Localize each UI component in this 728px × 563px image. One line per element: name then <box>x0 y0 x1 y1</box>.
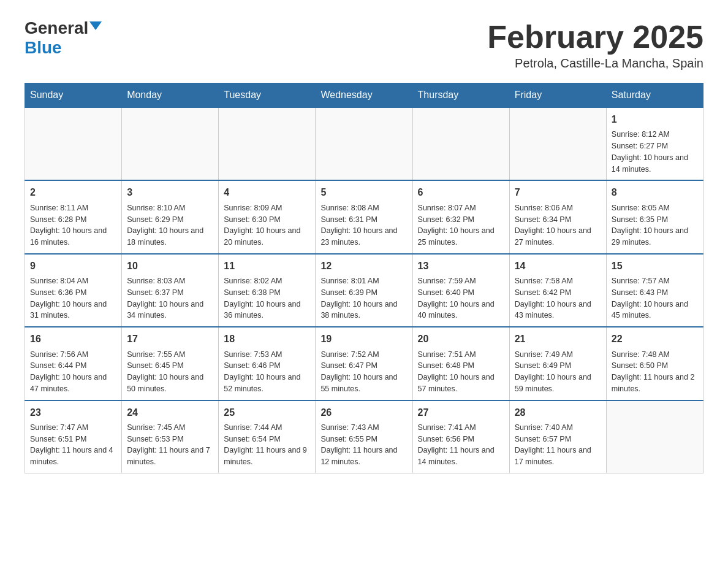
calendar-cell: 7Sunrise: 8:06 AMSunset: 6:34 PMDaylight… <box>509 180 606 253</box>
day-number: 2 <box>30 186 116 199</box>
day-info: Sunrise: 8:04 AMSunset: 6:36 PMDaylight:… <box>30 275 116 321</box>
day-number: 21 <box>515 332 601 346</box>
page-header: General Blue February 2025 Petrola, Cast… <box>25 18 703 71</box>
logo-triangle-icon <box>89 21 102 30</box>
calendar-header-monday: Monday <box>122 83 219 108</box>
day-number: 7 <box>515 186 601 199</box>
calendar-cell: 3Sunrise: 8:10 AMSunset: 6:29 PMDaylight… <box>122 180 219 253</box>
logo-text-blue: Blue <box>25 38 62 57</box>
day-number: 20 <box>418 332 504 346</box>
day-number: 27 <box>418 406 504 419</box>
day-info: Sunrise: 7:57 AMSunset: 6:43 PMDaylight:… <box>612 275 698 321</box>
day-number: 24 <box>127 406 213 419</box>
day-info: Sunrise: 7:58 AMSunset: 6:42 PMDaylight:… <box>515 275 601 321</box>
calendar-cell <box>122 107 219 180</box>
day-number: 23 <box>30 406 116 419</box>
day-info: Sunrise: 7:43 AMSunset: 6:55 PMDaylight:… <box>320 422 407 468</box>
title-section: February 2025 Petrola, Castille-La Manch… <box>487 18 703 71</box>
day-number: 25 <box>224 406 310 419</box>
calendar-week-5: 23Sunrise: 7:47 AMSunset: 6:51 PMDayligh… <box>25 400 703 473</box>
day-info: Sunrise: 8:11 AMSunset: 6:28 PMDaylight:… <box>30 202 116 248</box>
day-number: 5 <box>320 186 407 199</box>
day-info: Sunrise: 7:56 AMSunset: 6:44 PMDaylight:… <box>30 349 116 395</box>
day-info: Sunrise: 7:40 AMSunset: 6:57 PMDaylight:… <box>515 422 601 468</box>
day-number: 12 <box>320 259 407 273</box>
day-number: 1 <box>612 113 698 126</box>
day-info: Sunrise: 7:51 AMSunset: 6:48 PMDaylight:… <box>418 349 504 395</box>
day-info: Sunrise: 8:01 AMSunset: 6:39 PMDaylight:… <box>320 275 407 321</box>
calendar-cell: 4Sunrise: 8:09 AMSunset: 6:30 PMDaylight… <box>219 180 316 253</box>
calendar-cell: 9Sunrise: 8:04 AMSunset: 6:36 PMDaylight… <box>25 254 122 327</box>
day-number: 10 <box>127 259 213 273</box>
calendar-header-thursday: Thursday <box>412 83 509 108</box>
calendar-header-friday: Friday <box>509 83 606 108</box>
calendar-cell: 6Sunrise: 8:07 AMSunset: 6:32 PMDaylight… <box>412 180 509 253</box>
calendar-week-1: 1Sunrise: 8:12 AMSunset: 6:27 PMDaylight… <box>25 107 703 180</box>
calendar-cell: 25Sunrise: 7:44 AMSunset: 6:54 PMDayligh… <box>219 400 316 473</box>
day-info: Sunrise: 7:44 AMSunset: 6:54 PMDaylight:… <box>224 422 310 468</box>
calendar-header-row: SundayMondayTuesdayWednesdayThursdayFrid… <box>25 83 703 108</box>
calendar-week-3: 9Sunrise: 8:04 AMSunset: 6:36 PMDaylight… <box>25 254 703 327</box>
day-number: 26 <box>320 406 407 419</box>
calendar-cell: 2Sunrise: 8:11 AMSunset: 6:28 PMDaylight… <box>25 180 122 253</box>
calendar-cell: 5Sunrise: 8:08 AMSunset: 6:31 PMDaylight… <box>316 180 412 253</box>
location: Petrola, Castille-La Mancha, Spain <box>487 56 703 71</box>
calendar-cell: 19Sunrise: 7:52 AMSunset: 6:47 PMDayligh… <box>316 327 412 400</box>
calendar-cell <box>606 400 703 473</box>
calendar-cell: 20Sunrise: 7:51 AMSunset: 6:48 PMDayligh… <box>412 327 509 400</box>
day-info: Sunrise: 7:48 AMSunset: 6:50 PMDaylight:… <box>612 349 698 395</box>
day-info: Sunrise: 8:07 AMSunset: 6:32 PMDaylight:… <box>418 202 504 248</box>
calendar-cell: 11Sunrise: 8:02 AMSunset: 6:38 PMDayligh… <box>219 254 316 327</box>
day-number: 3 <box>127 186 213 199</box>
day-info: Sunrise: 7:59 AMSunset: 6:40 PMDaylight:… <box>418 275 504 321</box>
logo: General Blue <box>25 18 102 58</box>
calendar-cell: 8Sunrise: 8:05 AMSunset: 6:35 PMDaylight… <box>606 180 703 253</box>
calendar-cell: 22Sunrise: 7:48 AMSunset: 6:50 PMDayligh… <box>606 327 703 400</box>
day-info: Sunrise: 7:52 AMSunset: 6:47 PMDaylight:… <box>320 349 407 395</box>
calendar-header-saturday: Saturday <box>606 83 703 108</box>
day-info: Sunrise: 7:49 AMSunset: 6:49 PMDaylight:… <box>515 349 601 395</box>
calendar-header-wednesday: Wednesday <box>316 83 412 108</box>
calendar-header-sunday: Sunday <box>25 83 122 108</box>
day-number: 28 <box>515 406 601 419</box>
calendar-cell <box>316 107 412 180</box>
day-info: Sunrise: 8:03 AMSunset: 6:37 PMDaylight:… <box>127 275 213 321</box>
day-info: Sunrise: 8:12 AMSunset: 6:27 PMDaylight:… <box>612 129 698 175</box>
day-info: Sunrise: 7:47 AMSunset: 6:51 PMDaylight:… <box>30 422 116 468</box>
calendar-week-2: 2Sunrise: 8:11 AMSunset: 6:28 PMDaylight… <box>25 180 703 253</box>
day-info: Sunrise: 7:45 AMSunset: 6:53 PMDaylight:… <box>127 422 213 468</box>
day-number: 6 <box>418 186 504 199</box>
calendar-cell: 13Sunrise: 7:59 AMSunset: 6:40 PMDayligh… <box>412 254 509 327</box>
calendar-cell: 26Sunrise: 7:43 AMSunset: 6:55 PMDayligh… <box>316 400 412 473</box>
day-info: Sunrise: 8:02 AMSunset: 6:38 PMDaylight:… <box>224 275 310 321</box>
day-info: Sunrise: 8:10 AMSunset: 6:29 PMDaylight:… <box>127 202 213 248</box>
calendar-cell: 10Sunrise: 8:03 AMSunset: 6:37 PMDayligh… <box>122 254 219 327</box>
day-info: Sunrise: 8:09 AMSunset: 6:30 PMDaylight:… <box>224 202 310 248</box>
calendar-cell: 15Sunrise: 7:57 AMSunset: 6:43 PMDayligh… <box>606 254 703 327</box>
day-number: 8 <box>612 186 698 199</box>
day-number: 13 <box>418 259 504 273</box>
day-number: 22 <box>612 332 698 346</box>
calendar-cell: 12Sunrise: 8:01 AMSunset: 6:39 PMDayligh… <box>316 254 412 327</box>
calendar-cell <box>412 107 509 180</box>
day-number: 19 <box>320 332 407 346</box>
calendar-week-4: 16Sunrise: 7:56 AMSunset: 6:44 PMDayligh… <box>25 327 703 400</box>
day-number: 16 <box>30 332 116 346</box>
calendar-header-tuesday: Tuesday <box>219 83 316 108</box>
day-number: 11 <box>224 259 310 273</box>
calendar-cell: 16Sunrise: 7:56 AMSunset: 6:44 PMDayligh… <box>25 327 122 400</box>
calendar-cell: 28Sunrise: 7:40 AMSunset: 6:57 PMDayligh… <box>509 400 606 473</box>
calendar-cell: 27Sunrise: 7:41 AMSunset: 6:56 PMDayligh… <box>412 400 509 473</box>
day-number: 17 <box>127 332 213 346</box>
calendar-cell <box>509 107 606 180</box>
day-info: Sunrise: 8:05 AMSunset: 6:35 PMDaylight:… <box>612 202 698 248</box>
calendar-cell: 17Sunrise: 7:55 AMSunset: 6:45 PMDayligh… <box>122 327 219 400</box>
day-info: Sunrise: 7:55 AMSunset: 6:45 PMDaylight:… <box>127 349 213 395</box>
calendar-cell: 21Sunrise: 7:49 AMSunset: 6:49 PMDayligh… <box>509 327 606 400</box>
calendar-cell <box>25 107 122 180</box>
calendar-cell: 1Sunrise: 8:12 AMSunset: 6:27 PMDaylight… <box>606 107 703 180</box>
day-info: Sunrise: 8:06 AMSunset: 6:34 PMDaylight:… <box>515 202 601 248</box>
day-number: 18 <box>224 332 310 346</box>
day-number: 9 <box>30 259 116 273</box>
day-number: 14 <box>515 259 601 273</box>
